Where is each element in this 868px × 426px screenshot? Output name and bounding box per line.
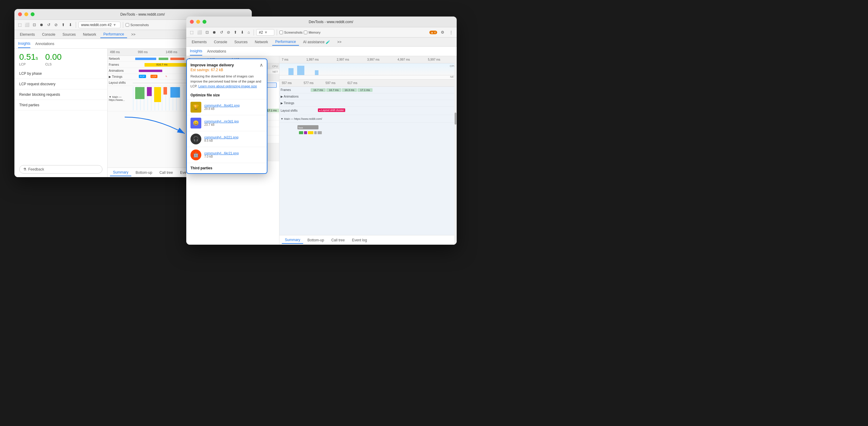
tab-sources1[interactable]: Sources <box>60 31 79 38</box>
screenshots-checkbox1[interactable] <box>126 23 129 27</box>
maximize-button1[interactable] <box>31 12 35 16</box>
subtab-annotations1[interactable]: Annotations <box>35 40 54 48</box>
download-icon[interactable]: ⬇ <box>67 22 73 28</box>
toolbar-separator1 <box>76 22 76 28</box>
tab-more2[interactable]: >> <box>334 39 345 45</box>
img-size-2: 8.5 kB <box>204 139 239 142</box>
elements-icon[interactable]: ⊡ <box>31 22 37 28</box>
img-filename-0[interactable]: communityI...8oq61.png <box>204 104 240 107</box>
popup-section-title: Optimize file size <box>187 91 267 99</box>
net-chart2: NET <box>279 75 457 79</box>
popup-title: Improve image delivery <box>190 63 234 67</box>
cursor-icon2[interactable]: ⬚ <box>189 29 195 35</box>
image-thumb-3: 🤖 <box>190 150 201 160</box>
url-field1[interactable]: www.reddit.com #2 ▼ <box>79 22 121 28</box>
clear-icon[interactable]: ⊘ <box>53 22 59 28</box>
fcp-badge1: FCP <box>139 75 146 78</box>
feedback-button1[interactable]: ⚗ Feedback <box>19 165 102 173</box>
popup-description: Reducing the download time of images can… <box>187 74 267 91</box>
record-icon2[interactable]: ⏺ <box>211 29 218 35</box>
screenshots-label2: Screenshots <box>279 31 303 34</box>
tab-console2[interactable]: Console <box>211 39 230 45</box>
home-icon2[interactable]: ⌂ <box>246 29 251 35</box>
img-filename-1[interactable]: communityI...mr3d1.jpg <box>204 120 239 123</box>
bottom-tab-summary2[interactable]: Summary <box>282 236 303 244</box>
scrollbar2[interactable] <box>454 56 457 245</box>
minimize-button1[interactable] <box>24 12 28 16</box>
memory-checkbox2[interactable] <box>304 31 307 34</box>
bottom-tabs2: Summary Bottom-up Call tree Event log <box>279 235 457 245</box>
lcp-badge1: LCP <box>151 75 158 78</box>
bottom-tab-bottomup2[interactable]: Bottom-up <box>304 237 327 243</box>
tabs-bar2: Elements Console Sources Network Perform… <box>186 37 457 46</box>
img-size-1: 23.7 kB <box>204 123 239 126</box>
insight-third-parties[interactable]: Third parties <box>14 100 107 110</box>
record-icon[interactable]: ⏺ <box>38 22 44 28</box>
image-thumb-0: 🏆 <box>190 102 201 112</box>
main-track-content2: Frames 16.7 ms 16.7 ms 16.3 ms 17.1 ms ▶… <box>279 87 457 235</box>
cls-metric: 0.00 CLS <box>45 52 62 66</box>
tab-more1[interactable]: >> <box>128 31 138 38</box>
popup-image-item-0[interactable]: 🏆 communityI...8oq61.png 29.8 kB <box>187 99 267 115</box>
gear-icon2[interactable]: ⚙ <box>439 29 445 35</box>
lcp-metric: 0.51s LCP <box>19 52 38 66</box>
clear-icon2[interactable]: ⊘ <box>226 29 231 35</box>
cls-label: CLS <box>45 62 62 66</box>
sep2b <box>277 29 277 35</box>
popup-learn-more-link[interactable]: Learn more about optimizing image size <box>198 85 257 88</box>
tab-sources2[interactable]: Sources <box>231 39 251 45</box>
bottom-tab-calltree1[interactable]: Call tree <box>157 169 176 176</box>
metrics-row1: 0.51s LCP 0.00 CLS <box>14 48 107 68</box>
tab-network1[interactable]: Network <box>80 31 99 38</box>
inspect-icon[interactable]: ⬜ <box>24 22 30 28</box>
tab-console1[interactable]: Console <box>39 31 58 38</box>
tab-elements1[interactable]: Elements <box>17 31 38 38</box>
window2-title: DevTools - www.reddit.com/ <box>209 20 453 24</box>
subtab-annotations2[interactable]: Annotations <box>207 47 226 55</box>
bottom-tab-summary1[interactable]: Summary <box>110 169 131 176</box>
screenshots-checkbox2[interactable] <box>279 31 283 34</box>
warning-badge2[interactable]: ▲ 4 <box>429 31 437 34</box>
bottom-tab-bottomup1[interactable]: Bottom-up <box>132 169 155 176</box>
tab-ai2[interactable]: AI assistance 🧪 <box>300 39 333 45</box>
titlebar2: DevTools - www.reddit.com/ <box>186 17 457 27</box>
popup-image-item-3[interactable]: 🤖 communityI...6kr21.png 7.0 kB <box>187 147 267 163</box>
tab-performance2[interactable]: Performance <box>272 38 299 46</box>
lcp-value: 0.51s <box>19 52 38 62</box>
tab-elements2[interactable]: Elements <box>189 39 210 45</box>
more-icon2[interactable]: ⋮ <box>448 29 454 35</box>
upload-icon2[interactable]: ⬆ <box>232 29 238 35</box>
close-button2[interactable] <box>190 20 194 24</box>
reload-icon[interactable]: ↺ <box>46 22 52 28</box>
task-bar-detail: Task <box>298 125 318 129</box>
inspect-icon2[interactable]: ⬜ <box>196 29 203 35</box>
url-field2[interactable]: #2 ▼ <box>256 29 274 36</box>
close-button1[interactable] <box>18 12 22 16</box>
popup-close-button[interactable]: ∧ <box>259 63 263 68</box>
tab-performance1[interactable]: Performance <box>100 31 127 38</box>
scrollbar-thumb2[interactable] <box>455 112 456 125</box>
frames-timing-label1: 816.7 ms <box>156 63 167 66</box>
flask-icon: ⚗ <box>23 167 26 171</box>
popup-image-item-1[interactable]: 😀 communityI...mr3d1.jpg 23.7 kB <box>187 115 267 131</box>
subtab-insights2[interactable]: Insights <box>190 47 202 56</box>
reload-icon2[interactable]: ↺ <box>219 29 224 35</box>
cursor-icon[interactable]: ⬚ <box>17 22 23 28</box>
upload-icon[interactable]: ⬆ <box>60 22 66 28</box>
insight-render-blocking[interactable]: Render blocking requests <box>14 90 107 100</box>
bottom-tab-eventlog2[interactable]: Event log <box>349 237 370 243</box>
tab-network2[interactable]: Network <box>252 39 271 45</box>
download-icon2[interactable]: ⬇ <box>240 29 245 35</box>
bottom-tab-calltree2[interactable]: Call tree <box>329 237 348 243</box>
elements-icon2[interactable]: ⊡ <box>204 29 210 35</box>
maximize-button2[interactable] <box>203 20 207 24</box>
img-filename-3[interactable]: communityI...6kr21.png <box>204 151 239 155</box>
popup-savings: Est savings: 67.2 kB <box>190 68 234 72</box>
img-filename-2[interactable]: communityI...bj221.png <box>204 135 239 139</box>
minimize-button2[interactable] <box>196 20 200 24</box>
overview-ruler2: 7 ms 1,997 ms 2,997 ms 3,997 ms 4,997 ms… <box>279 56 457 63</box>
subtab-insights1[interactable]: Insights <box>18 40 30 48</box>
insight-lcp-by-phase[interactable]: LCP by phase <box>14 68 107 79</box>
insight-lcp-request[interactable]: LCP request discovery <box>14 79 107 90</box>
popup-image-item-2[interactable]: 🎧 communityI...bj221.png 8.5 kB <box>187 131 267 147</box>
